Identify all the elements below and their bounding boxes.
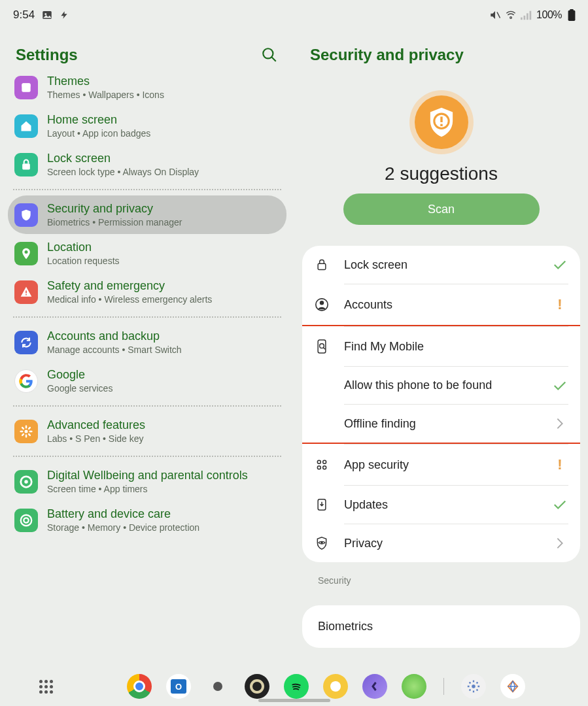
suggestions-count: 2 suggestions	[385, 163, 498, 184]
highlight-box: Find My MobileAllow this phone to be fou…	[302, 325, 580, 444]
row-status-icon	[551, 499, 568, 511]
settings-item-title: Lock screen	[47, 152, 199, 165]
settings-separator	[13, 456, 281, 457]
svg-rect-8	[570, 9, 573, 11]
row-status-icon: !	[551, 456, 568, 473]
settings-item-title: Location	[47, 241, 120, 254]
settings-item-title: Google	[47, 368, 112, 382]
security-row[interactable]: Privacy	[302, 524, 580, 562]
bolt-icon	[60, 9, 69, 21]
care-icon	[14, 509, 38, 532]
settings-item-sub: Biometrics • Permission manager	[47, 217, 182, 227]
mute-icon	[489, 9, 501, 21]
home-icon	[14, 114, 38, 138]
settings-item-sub: Screen time • App timers	[47, 484, 248, 494]
lock-icon	[14, 153, 38, 176]
security-row-label: Lock screen	[344, 258, 537, 272]
settings-separator	[13, 189, 281, 190]
battery-percent: 100%	[536, 9, 562, 21]
settings-title: Settings	[16, 46, 78, 64]
svg-rect-16	[26, 294, 27, 295]
security-row[interactable]: Offline finding	[302, 405, 580, 443]
settings-item[interactable]: GoogleGoogle services	[8, 361, 286, 400]
alert-icon	[14, 280, 38, 304]
settings-item[interactable]: Advanced featuresLabs • S Pen • Side key	[8, 412, 286, 450]
outlook-icon[interactable]: O	[166, 674, 191, 699]
settings-item[interactable]: Battery and device careStorage • Memory …	[8, 501, 286, 539]
settings-item-sub: Google services	[47, 383, 112, 394]
settings-item-sub: Themes • Wallpapers • Icons	[47, 90, 164, 100]
settings-separator	[13, 405, 281, 407]
settings-item-title: Themes	[47, 75, 164, 88]
green-app-icon[interactable]	[402, 674, 426, 699]
biometrics-row[interactable]: Biometrics	[302, 605, 580, 648]
wifi-icon	[505, 9, 517, 21]
svg-point-36	[320, 542, 322, 544]
ring-app-icon[interactable]	[245, 674, 269, 699]
dot-app-icon[interactable]	[205, 674, 230, 699]
pin-icon	[14, 242, 38, 265]
settings-item[interactable]: Safety and emergencyMedical info • Wirel…	[8, 273, 286, 311]
signal-icon	[521, 9, 532, 21]
settings-item-title: Home screen	[47, 113, 150, 127]
svg-rect-28	[318, 340, 326, 353]
security-row-label: Privacy	[344, 537, 537, 550]
security-row[interactable]: Updates	[302, 486, 580, 524]
settings-item[interactable]: Accounts and backupManage accounts • Sma…	[8, 323, 286, 361]
settings-item-title: Battery and device care	[47, 507, 199, 521]
security-row-label: Offline finding	[344, 417, 537, 431]
scan-button[interactable]: Scan	[343, 193, 540, 225]
svg-rect-13	[22, 163, 30, 169]
settings-item[interactable]: Home screenLayout • App icon badges	[8, 107, 286, 145]
diamond-app-icon[interactable]	[500, 674, 525, 699]
svg-point-37	[472, 684, 476, 688]
gear-icon	[14, 420, 38, 443]
security-title: Security and privacy	[310, 46, 464, 64]
settings-dock-icon[interactable]	[461, 674, 486, 699]
svg-point-17	[25, 429, 28, 433]
security-row[interactable]: App security!	[302, 445, 580, 485]
svg-point-19	[24, 480, 28, 484]
row-status-icon	[551, 259, 568, 271]
settings-item[interactable]: Security and privacyBiometrics • Permiss…	[8, 195, 286, 234]
purple-app-icon[interactable]	[362, 674, 387, 699]
app-drawer-button[interactable]	[39, 680, 54, 694]
settings-item[interactable]: Digital Wellbeing and parental controlsS…	[8, 462, 286, 501]
row-status-icon	[551, 536, 568, 550]
security-row[interactable]: Accounts!	[302, 284, 580, 325]
image-icon	[41, 9, 53, 21]
settings-item[interactable]: Lock screenScreen lock type • Always On …	[8, 145, 286, 184]
security-row[interactable]: Find My Mobile	[302, 327, 580, 366]
svg-rect-7	[568, 10, 576, 21]
settings-item[interactable]: ThemesThemes • Wallpapers • Icons	[8, 68, 286, 107]
person-icon	[314, 297, 330, 312]
chrome-icon[interactable]	[127, 674, 152, 699]
privacy-icon	[314, 536, 330, 550]
settings-item-title: Digital Wellbeing and parental controls	[47, 469, 248, 482]
taskbar-separator	[443, 678, 444, 695]
security-row-label: Updates	[344, 498, 537, 512]
svg-point-33	[317, 466, 320, 469]
security-row-label: Accounts	[344, 298, 537, 312]
security-row[interactable]: Allow this phone to be found	[302, 367, 580, 404]
svg-point-27	[320, 301, 324, 305]
svg-rect-4	[524, 16, 526, 20]
svg-line-2	[497, 12, 500, 18]
search-icon	[261, 46, 278, 63]
battery-icon	[566, 9, 578, 21]
svg-line-30	[324, 348, 326, 350]
spotify-icon[interactable]	[284, 674, 309, 699]
svg-rect-24	[440, 124, 442, 126]
svg-rect-3	[521, 18, 523, 20]
yellow-app-icon[interactable]	[323, 674, 348, 699]
settings-item[interactable]: LocationLocation requests	[8, 234, 286, 273]
settings-item-sub: Labs • S Pen • Side key	[47, 433, 145, 444]
nav-handle[interactable]	[258, 699, 330, 702]
security-row[interactable]: Lock screen	[302, 246, 580, 284]
settings-item-title: Accounts and backup	[47, 329, 182, 343]
svg-line-10	[271, 57, 276, 61]
settings-separator	[13, 316, 281, 318]
row-status-icon	[551, 416, 568, 431]
svg-rect-12	[22, 83, 30, 88]
search-button[interactable]	[260, 46, 279, 64]
